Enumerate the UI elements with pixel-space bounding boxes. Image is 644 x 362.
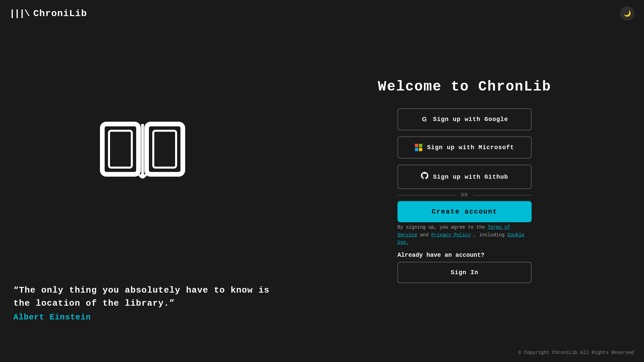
google-icon: G	[421, 116, 428, 123]
terms-middle: and	[420, 232, 431, 238]
terms-text: By signing up, you agree to the Terms of…	[397, 224, 532, 246]
svg-rect-3	[109, 131, 132, 168]
book-icon-container	[99, 117, 186, 191]
quote-text: “The only thing you absolutely have to k…	[13, 284, 270, 310]
github-icon	[421, 172, 428, 182]
create-account-button[interactable]: Create account	[397, 201, 532, 222]
copyright-text: © Copyright ChroniLib All Rights Reserve…	[519, 350, 634, 355]
already-account-label: Already have an account?	[397, 252, 532, 258]
google-button-label: Sign up with Google	[433, 116, 508, 123]
microsoft-button-label: Sign up with Microsoft	[427, 144, 514, 151]
welcome-title: Welcome to ChronLib	[378, 79, 551, 95]
sign-up-github-button[interactable]: Sign up with Github	[397, 165, 532, 189]
terms-prefix: By signing up, you agree to the	[397, 225, 488, 230]
github-button-label: Sign up with Github	[433, 174, 508, 180]
quote-author: Albert Einstein	[13, 313, 270, 322]
microsoft-icon	[415, 144, 422, 151]
left-panel: “The only thing you absolutely have to k…	[0, 0, 285, 362]
or-line-left	[397, 195, 456, 195]
sign-up-microsoft-button[interactable]: Sign up with Microsoft	[397, 136, 532, 159]
terms-suffix: , including	[474, 232, 507, 238]
quote-section: “The only thing you absolutely have to k…	[13, 284, 270, 322]
or-label: OR	[461, 192, 468, 198]
right-panel: Welcome to ChronLib G Sign up with Googl…	[285, 0, 644, 362]
auth-buttons: G Sign up with Google Sign up with Micro…	[397, 108, 532, 189]
footer: © Copyright ChroniLib All Rights Reserve…	[519, 350, 634, 355]
book-icon	[99, 117, 186, 191]
sign-in-button[interactable]: Sign In	[397, 262, 532, 283]
svg-rect-4	[153, 131, 176, 168]
sign-up-google-button[interactable]: G Sign up with Google	[397, 108, 532, 130]
or-line-right	[473, 195, 532, 195]
or-divider: OR	[397, 192, 532, 198]
privacy-policy-link[interactable]: Privacy Policy	[431, 232, 471, 238]
